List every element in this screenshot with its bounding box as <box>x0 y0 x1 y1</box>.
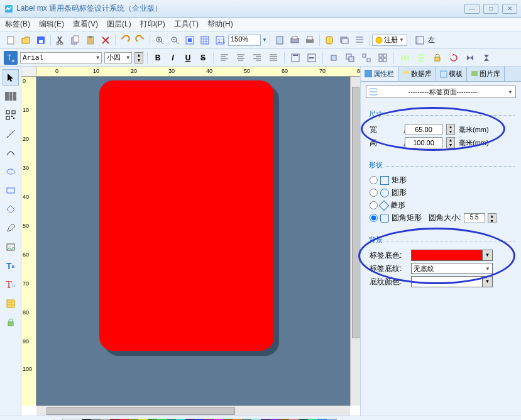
corner-spinner[interactable]: ▲▼ <box>488 213 496 223</box>
zoom-out-button[interactable] <box>168 33 182 47</box>
paste-button[interactable] <box>84 33 97 47</box>
align-justify-button[interactable] <box>266 51 280 65</box>
shape-roundrect-radio[interactable] <box>370 214 378 222</box>
maximize-button[interactable]: □ <box>483 4 498 14</box>
qrcode-tool[interactable] <box>3 107 19 123</box>
lock-button[interactable] <box>431 51 444 65</box>
text-adv-tool[interactable]: Ta <box>3 258 19 274</box>
zoom-combo[interactable]: 150% <box>228 35 261 46</box>
shape-rect-radio[interactable] <box>370 176 378 184</box>
page-selector[interactable]: ---------标签页面--------- ▼ <box>366 86 516 98</box>
corner-input[interactable]: 5.5 <box>464 213 485 223</box>
width-spinner[interactable]: ▲▼ <box>446 124 455 135</box>
menu-label[interactable]: 标签(B) <box>5 19 30 30</box>
shape-diamond-radio[interactable] <box>370 201 378 209</box>
align-center-button[interactable] <box>234 51 248 65</box>
delete-button[interactable] <box>99 33 112 47</box>
line-tool[interactable] <box>3 126 19 142</box>
tab-database[interactable]: 数据库 <box>398 67 436 81</box>
bg-pattern-selector[interactable]: 无底纹▼ <box>411 263 493 274</box>
tab-template[interactable]: 模板 <box>436 67 467 81</box>
zoom-dropdown-icon[interactable]: ▼ <box>262 37 267 43</box>
open-button[interactable] <box>19 33 33 47</box>
zoom-in-button[interactable] <box>153 33 167 47</box>
valign-mid-button[interactable] <box>305 51 319 65</box>
dock-left-button[interactable] <box>413 33 427 47</box>
table-tool[interactable] <box>3 296 19 312</box>
fit-button[interactable] <box>183 33 197 47</box>
menu-edit[interactable]: 编辑(E) <box>39 19 64 30</box>
distribute-h-button[interactable] <box>398 51 412 65</box>
tab-properties[interactable]: 属性栏 <box>361 67 398 81</box>
align-left-button[interactable] <box>217 51 231 65</box>
font-size-combo[interactable]: 小四▼ <box>104 52 132 64</box>
height-input[interactable]: 100.00 <box>405 137 442 148</box>
distribute-v-button[interactable] <box>414 51 428 65</box>
grid-button[interactable] <box>198 33 212 47</box>
ungroup-button[interactable] <box>376 51 390 65</box>
save-button[interactable] <box>34 33 48 47</box>
bg-color-selector[interactable]: ▼ <box>411 250 493 261</box>
scrollbar-vertical[interactable] <box>350 77 360 406</box>
italic-button[interactable]: I <box>167 52 179 64</box>
tab-gallery[interactable]: 图片库 <box>467 67 505 81</box>
register-button[interactable]: 注册 ▼ <box>372 35 407 46</box>
menu-tools[interactable]: 工具(T) <box>174 19 199 30</box>
db-button[interactable] <box>322 33 336 47</box>
ellipse-tool[interactable] <box>3 163 19 180</box>
redo-button[interactable] <box>133 33 147 47</box>
pattern-color-selector[interactable]: ▼ <box>411 276 493 287</box>
flip-v-button[interactable] <box>480 51 493 65</box>
copy-button[interactable] <box>69 33 82 47</box>
pointer-tool[interactable] <box>3 69 19 86</box>
image-tool[interactable] <box>3 239 19 255</box>
group-size: 尺寸 宽 度: 65.00 ▲▼ 毫米(mm) 高 度: 100.00 ▲▼ 毫… <box>367 106 515 153</box>
canvas[interactable] <box>36 77 350 406</box>
menu-view[interactable]: 查看(V) <box>73 19 98 30</box>
lock-tool[interactable] <box>3 314 19 331</box>
align-button[interactable] <box>353 33 366 47</box>
bold-button[interactable]: B <box>151 52 164 64</box>
text-mode-button[interactable]: Ta <box>4 51 18 65</box>
cut-button[interactable] <box>53 33 67 47</box>
curve-tool[interactable] <box>3 145 19 161</box>
actual-size-button[interactable]: 1:1 <box>213 33 227 47</box>
right-panel: 属性栏 数据库 模板 图片库 ---------标签页面--------- ▼ … <box>361 67 521 416</box>
menu-layer[interactable]: 图层(L) <box>107 19 131 30</box>
rect-tool[interactable] <box>3 182 19 199</box>
group-button[interactable] <box>359 51 373 65</box>
ruler-tick: 0 <box>55 68 58 74</box>
rotate-button[interactable] <box>447 51 461 65</box>
barcode-tool[interactable] <box>3 88 19 104</box>
new-button[interactable] <box>4 33 18 47</box>
strike-button[interactable]: S <box>197 52 209 64</box>
scrollbar-horizontal[interactable] <box>36 406 350 416</box>
shape-circle-radio[interactable] <box>370 189 378 197</box>
menu-print[interactable]: 打印(P) <box>140 19 165 30</box>
label-card[interactable] <box>99 80 274 351</box>
pen-tool[interactable] <box>3 220 19 236</box>
undo-button[interactable] <box>118 33 132 47</box>
print-button[interactable] <box>303 33 317 47</box>
font-size-spinner[interactable]: ▲▼ <box>134 52 143 64</box>
align-right-button[interactable] <box>250 51 264 65</box>
ruler-tick: 60 <box>282 68 288 74</box>
print-preview-button[interactable] <box>288 33 302 47</box>
close-button[interactable]: ✕ <box>502 4 517 14</box>
text-tool[interactable]: T□ <box>3 277 19 293</box>
height-spinner[interactable]: ▲▼ <box>446 137 455 148</box>
bring-front-button[interactable] <box>327 51 341 65</box>
font-family-combo[interactable]: Arial▼ <box>20 52 102 64</box>
valign-top-button[interactable] <box>288 51 302 65</box>
page-setup-button[interactable] <box>273 33 287 47</box>
minimize-button[interactable]: — <box>464 4 480 14</box>
flip-h-button[interactable] <box>463 51 477 65</box>
diamond-tool[interactable] <box>3 201 19 218</box>
send-back-button[interactable] <box>343 51 357 65</box>
svg-rect-60 <box>471 71 478 76</box>
menu-help[interactable]: 帮助(H) <box>207 19 233 30</box>
svg-rect-46 <box>6 111 9 114</box>
width-input[interactable]: 65.00 <box>405 124 442 135</box>
underline-button[interactable]: U <box>182 52 194 64</box>
layer-button[interactable] <box>337 33 351 47</box>
